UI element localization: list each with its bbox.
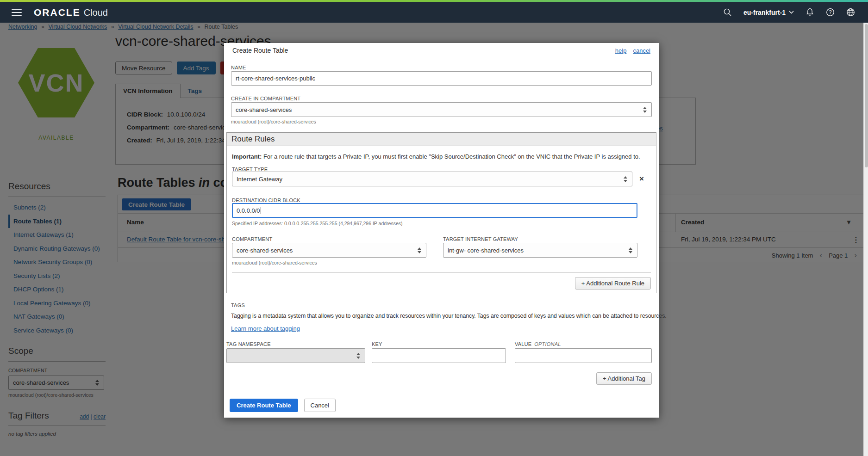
select-stepper-icon — [418, 247, 422, 253]
compartment-path: mouracloud (root)/core-shared-services — [231, 119, 316, 124]
scrollbar-track[interactable] — [863, 23, 868, 456]
select-stepper-icon — [643, 107, 647, 113]
dialog-header: Create Route Table help cancel — [224, 43, 659, 58]
optional-label: OPTIONAL — [534, 341, 561, 347]
oracle-cloud-logo[interactable]: ORACLE Cloud — [34, 7, 108, 18]
help-link[interactable]: help — [615, 47, 627, 54]
tag-namespace-select[interactable] — [226, 348, 365, 363]
tag-value-label-group: VALUEOPTIONAL — [515, 341, 561, 347]
scrollbar-thumb[interactable] — [865, 24, 868, 167]
chevron-down-icon — [789, 11, 794, 14]
top-navigation-bar: ORACLE Cloud eu-frankfurt-1 ? — [0, 2, 868, 23]
menu-icon[interactable] — [12, 9, 22, 16]
additional-tag-button[interactable]: + Additional Tag — [596, 372, 652, 385]
language-globe-icon[interactable] — [846, 8, 855, 17]
svg-text:?: ? — [829, 9, 831, 15]
help-icon[interactable]: ? — [826, 8, 835, 17]
cancel-link[interactable]: cancel — [633, 47, 650, 54]
compartment-value: core-shared-services — [236, 106, 292, 113]
tag-key-label: KEY — [372, 341, 382, 347]
target-type-value: Internet Gateway — [237, 176, 282, 183]
create-route-table-dialog: Create Route Table help cancel NAME CREA… — [224, 43, 659, 418]
rule-compartment-select[interactable]: core-shared-services — [232, 243, 426, 258]
target-gateway-value: int-gw- core-shared-services — [448, 247, 524, 254]
destination-cidr-help: Specified IP addresses: 0.0.0.0-255.255.… — [232, 221, 403, 226]
important-note: Important: For a route rule that targets… — [232, 153, 651, 160]
destination-cidr-input[interactable]: 0.0.0.0/0 — [232, 203, 637, 218]
region-name: eu-frankfurt-1 — [743, 9, 786, 16]
rule-compartment-path: mouracloud (root)/core-shared-services — [232, 260, 317, 265]
cancel-button[interactable]: Cancel — [304, 399, 336, 412]
route-rules-fieldset: Route Rules Important: For a route rule … — [226, 132, 656, 293]
target-gateway-select[interactable]: int-gw- core-shared-services — [443, 243, 637, 258]
tag-key-input[interactable] — [372, 348, 506, 363]
destination-cidr-value: 0.0.0.0/0 — [237, 207, 260, 214]
value-label-text: VALUE — [515, 341, 531, 347]
brand-oracle: ORACLE — [34, 7, 81, 18]
brand-cloud: Cloud — [84, 7, 108, 18]
rule-compartment-label: COMPARTMENT — [232, 236, 272, 242]
important-text: For a route rule that targets a Private … — [262, 153, 640, 160]
target-type-row: Internet Gateway × — [232, 172, 651, 186]
select-stepper-icon — [356, 353, 361, 359]
tags-label: TAGS — [231, 302, 245, 308]
notifications-bell-icon[interactable] — [806, 8, 814, 17]
route-rules-title: Route Rules — [227, 133, 656, 146]
important-label: Important: — [232, 153, 262, 160]
dialog-title: Create Route Table — [232, 47, 288, 54]
text-cursor — [261, 207, 261, 214]
additional-route-rule-button[interactable]: + Additional Route Rule — [575, 277, 651, 290]
select-stepper-icon — [624, 176, 628, 182]
target-type-select[interactable]: Internet Gateway — [232, 172, 632, 186]
create-route-table-submit-button[interactable]: Create Route Table — [230, 399, 298, 412]
tag-value-input[interactable] — [515, 348, 652, 363]
region-selector[interactable]: eu-frankfurt-1 — [743, 9, 794, 16]
destination-cidr-label: DESTINATION CIDR BLOCK — [232, 197, 300, 203]
dialog-footer: Create Route Table Cancel — [230, 399, 336, 412]
remove-rule-icon[interactable]: × — [632, 174, 651, 184]
rule-compartment-value: core-shared-services — [237, 247, 293, 254]
target-gateway-label: TARGET INTERNET GATEWAY — [443, 236, 518, 242]
search-icon[interactable] — [723, 8, 732, 17]
name-label: NAME — [231, 65, 246, 70]
create-in-compartment-select[interactable]: core-shared-services — [231, 102, 652, 117]
tag-namespace-label: TAG NAMESPACE — [226, 341, 271, 347]
fieldset-divider — [232, 272, 651, 273]
select-stepper-icon — [629, 247, 633, 253]
name-input[interactable] — [231, 71, 652, 86]
create-in-compartment-label: CREATE IN COMPARTMENT — [231, 96, 300, 101]
learn-more-tagging-link[interactable]: Learn more about tagging — [231, 325, 300, 332]
tags-description: Tagging is a metadata system that allows… — [231, 313, 653, 319]
